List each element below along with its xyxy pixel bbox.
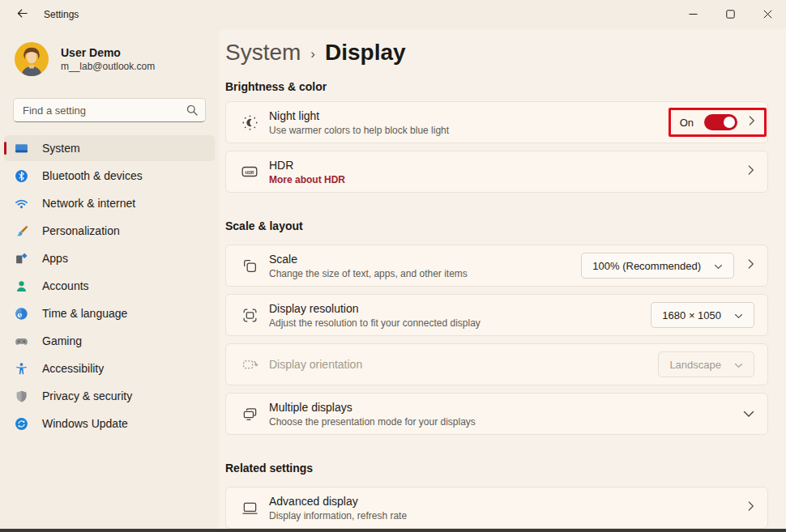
sidebar-item-accounts[interactable]: Accounts [4, 273, 215, 299]
sidebar-item-personalization[interactable]: Personalization [4, 218, 215, 244]
user-profile: User Demo m__lab@outlook.com [15, 42, 219, 76]
settings-window: Settings [0, 0, 786, 532]
advanced-display-subtitle: Display information, refresh rate [269, 510, 407, 521]
hdr-row[interactable]: HDR HDR More about HDR [225, 151, 768, 193]
window-title: Settings [44, 9, 79, 20]
page-title: Display [325, 40, 406, 66]
shield-icon [15, 389, 28, 403]
sidebar-item-label: Gaming [42, 334, 82, 347]
scale-icon [241, 257, 258, 275]
multiple-displays-icon [241, 405, 258, 423]
breadcrumb: System › Display [225, 37, 768, 68]
gamepad-icon [15, 334, 28, 348]
sidebar-item-system[interactable]: System [4, 135, 215, 161]
sidebar-item-windows-update[interactable]: Windows Update [4, 411, 215, 436]
close-icon [763, 7, 772, 22]
multiple-displays-text: Multiple displays Choose the presentatio… [269, 401, 476, 428]
display-resolution-row[interactable]: Display resolution Adjust the resolution… [225, 294, 768, 336]
scale-dropdown-value: 100% (Recommended) [592, 260, 701, 272]
sidebar-item-accessibility[interactable]: Accessibility [4, 355, 215, 381]
window-controls [674, 0, 786, 29]
minimize-icon [689, 7, 698, 22]
wifi-icon [15, 197, 28, 211]
display-orientation-text: Display orientation [269, 358, 362, 371]
windows-update-icon [15, 417, 28, 431]
search-input[interactable] [13, 98, 206, 122]
scale-dropdown[interactable]: 100% (Recommended) [581, 253, 734, 279]
chevron-down-icon [734, 359, 743, 371]
more-about-hdr-link[interactable]: More about HDR [269, 174, 345, 185]
night-light-toggle[interactable] [704, 114, 737, 130]
night-light-subtitle: Use warmer colors to help block blue lig… [269, 125, 449, 136]
accounts-icon [15, 279, 28, 293]
section-scale-layout: Scale & layout [225, 219, 768, 232]
display-resolution-icon [241, 306, 258, 324]
advanced-display-row[interactable]: Advanced display Display information, re… [225, 487, 768, 529]
display-resolution-subtitle: Adjust the resolution to fit your connec… [269, 317, 481, 329]
advanced-display-icon [241, 499, 258, 517]
sidebar-item-privacy-security[interactable]: Privacy & security [4, 383, 215, 409]
main-pane: System › Display Brightness & color Nigh… [219, 29, 786, 529]
sidebar-nav: System Bluetooth & devices Network & int… [0, 135, 219, 436]
night-light-toggle-label: On [680, 117, 694, 129]
resolution-dropdown-value: 1680 × 1050 [662, 309, 721, 321]
back-button[interactable] [8, 3, 36, 26]
hdr-icon: HDR [241, 163, 258, 181]
scale-text: Scale Change the size of text, apps, and… [269, 253, 468, 279]
chevron-right-icon[interactable] [748, 115, 755, 130]
sidebar-item-network-internet[interactable]: Network & internet [4, 190, 215, 216]
maximize-button[interactable] [711, 0, 749, 29]
sidebar-item-label: Windows Update [42, 417, 128, 430]
night-light-row[interactable]: Night light Use warmer colors to help bl… [225, 101, 768, 143]
sidebar-item-bluetooth-devices[interactable]: Bluetooth & devices [4, 163, 215, 189]
chevron-down-icon[interactable] [743, 406, 754, 421]
display-orientation-row: Display orientation Landscape [225, 343, 768, 385]
search-icon [186, 104, 198, 119]
selected-accent-bar [4, 142, 6, 155]
sidebar-item-label: Personalization [42, 224, 120, 237]
chevron-right-icon[interactable] [747, 258, 754, 273]
search-box [13, 98, 206, 122]
close-button[interactable] [749, 0, 786, 29]
sidebar-item-gaming[interactable]: Gaming [4, 328, 215, 354]
brush-icon [15, 224, 28, 238]
chevron-down-icon [734, 309, 743, 321]
breadcrumb-system[interactable]: System [225, 40, 301, 66]
scale-title: Scale [269, 253, 468, 266]
highlight-box: On [669, 108, 767, 137]
user-name: User Demo [61, 46, 155, 59]
resolution-dropdown[interactable]: 1680 × 1050 [651, 302, 754, 328]
scale-row[interactable]: Scale Change the size of text, apps, and… [225, 245, 768, 287]
display-resolution-text: Display resolution Adjust the resolution… [269, 302, 481, 329]
accessibility-icon [15, 362, 28, 376]
multiple-displays-row[interactable]: Multiple displays Choose the presentatio… [225, 393, 768, 435]
sidebar-item-label: System [42, 142, 80, 155]
advanced-display-title: Advanced display [269, 495, 407, 508]
sidebar-item-time-language[interactable]: Time & language [4, 300, 215, 326]
user-info: User Demo m__lab@outlook.com [61, 46, 155, 72]
chevron-right-icon[interactable] [747, 164, 754, 179]
minimize-button[interactable] [674, 0, 711, 29]
sidebar-item-apps[interactable]: Apps [4, 245, 215, 271]
orientation-dropdown: Landscape [658, 351, 754, 377]
section-brightness-color: Brightness & color [225, 80, 768, 93]
section-related-settings: Related settings [225, 462, 768, 475]
display-orientation-icon [241, 355, 258, 373]
hdr-icon-label: HDR [246, 170, 254, 175]
toggle-knob [724, 117, 735, 128]
sidebar-item-label: Bluetooth & devices [42, 169, 143, 182]
chevron-down-icon [714, 260, 723, 272]
breadcrumb-separator: › [310, 44, 315, 62]
sidebar-item-label: Apps [42, 252, 68, 265]
night-light-title: Night light [269, 109, 449, 122]
sidebar-item-label: Network & internet [42, 197, 135, 210]
night-light-controls: On [669, 108, 762, 137]
multiple-displays-title: Multiple displays [269, 401, 476, 414]
chevron-right-icon[interactable] [747, 500, 754, 515]
avatar [15, 42, 49, 76]
display-resolution-title: Display resolution [269, 302, 481, 315]
back-arrow-icon [16, 7, 28, 23]
night-light-text: Night light Use warmer colors to help bl… [269, 109, 449, 136]
scale-subtitle: Change the size of text, apps, and other… [269, 268, 468, 279]
advanced-display-text: Advanced display Display information, re… [269, 495, 407, 521]
